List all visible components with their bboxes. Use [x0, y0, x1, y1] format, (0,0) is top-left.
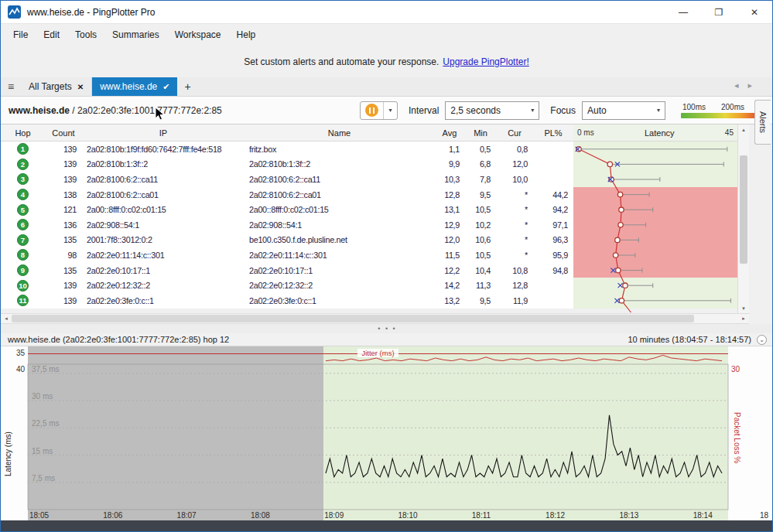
svg-text:15 ms: 15 ms	[32, 447, 53, 455]
cell-pl: 96,3	[533, 235, 573, 244]
cell-cur: *	[496, 205, 533, 214]
maximize-button[interactable]: ❐	[701, 1, 737, 23]
table-row[interactable]: 101392a02:2e0:12:32::22a02:2e0:12:32::21…	[1, 278, 737, 293]
menu-item-summaries[interactable]: Summaries	[104, 26, 167, 43]
trace-control: ▾	[360, 101, 398, 120]
control-bar: www.heise.de / 2a02:2e0:3fe:1001:7777:77…	[1, 97, 772, 124]
bottom-obscured-band	[1, 520, 773, 532]
cell-pl: 44,2	[533, 190, 573, 200]
timeline-options-button[interactable]: ⌄	[757, 335, 767, 345]
scroll-up-icon[interactable]: ▲	[738, 124, 749, 135]
svg-text:40: 40	[16, 365, 26, 373]
cell-count: 121	[45, 205, 82, 214]
cell-avg: 12,2	[434, 266, 465, 275]
table-row[interactable]: 41382a02:8100:6:2::ca012a02:8100:6:2::ca…	[1, 187, 737, 203]
svg-text:18:12: 18:12	[546, 511, 565, 520]
svg-text:18:13: 18:13	[619, 511, 638, 520]
menu-item-workspace[interactable]: Workspace	[167, 26, 229, 43]
trace-dropdown-button[interactable]: ▾	[384, 102, 397, 119]
scroll-left-icon[interactable]: ◂	[1, 314, 12, 323]
col-count[interactable]: Count	[45, 128, 82, 138]
cell-name: 2a02:908::54:1	[245, 220, 434, 230]
table-row[interactable]: 21392a02:810b:1:3f::22a02:810b:1:3f::29,…	[1, 157, 737, 172]
tab-scroll-left-icon[interactable]: ◂	[734, 80, 739, 90]
latency-color-legend: 100ms 200ms	[681, 103, 761, 118]
cell-count: 139	[45, 159, 82, 169]
cell-min: 10,4	[465, 266, 496, 275]
hop-number-badge: 8	[17, 249, 29, 261]
table-vertical-scrollbar[interactable]: ▲ ▼	[737, 124, 749, 313]
tab-list-menu-icon[interactable]: ≡	[1, 77, 21, 96]
col-pl[interactable]: PL%	[533, 128, 573, 138]
alerts-side-tab[interactable]: Alerts	[754, 100, 771, 145]
scroll-right-icon[interactable]: ▸	[738, 314, 749, 323]
menu-item-edit[interactable]: Edit	[36, 26, 67, 43]
chevron-down-icon: ▾	[657, 107, 660, 114]
table-header: Hop Count IP Name Avg Min Cur PL% 0 ms L…	[1, 124, 737, 142]
cell-ip: 2001:7f8::3012:0:2	[82, 235, 245, 244]
cell-ip: 2a02:8100:6:2::ca01	[82, 190, 245, 200]
window-title: www.heise.de - PingPlotter Pro	[27, 7, 155, 18]
upgrade-banner: Set custom alerts and automate your resp…	[1, 46, 772, 77]
add-tab-button[interactable]: +	[177, 77, 197, 96]
svg-text:18:05: 18:05	[29, 511, 49, 520]
svg-text:18:10: 18:10	[398, 511, 418, 520]
col-cur[interactable]: Cur	[496, 128, 533, 138]
hop-cell: 6	[1, 219, 45, 230]
pause-button[interactable]	[361, 102, 384, 119]
table-row[interactable]: 111392a02:2e0:3fe:0:c::12a02:2e0:3fe:0:c…	[1, 293, 737, 309]
horizontal-scroll-thumb[interactable]	[12, 315, 694, 322]
col-name[interactable]: Name	[245, 128, 434, 138]
cell-name: 2a02:810b:1:3f::2	[245, 159, 434, 169]
latency-graph-cell	[573, 142, 737, 157]
table-row[interactable]: 71352001:7f8::3012:0:2be100.c350.f.de.pl…	[1, 233, 737, 248]
svg-text:18: 18	[760, 511, 769, 520]
col-ip[interactable]: IP	[82, 128, 245, 138]
hop-cell: 1	[1, 143, 45, 155]
hop-cell: 2	[1, 159, 45, 170]
col-min[interactable]: Min	[465, 128, 496, 138]
upgrade-link[interactable]: Upgrade PingPlotter!	[443, 56, 528, 67]
table-row[interactable]: 11392a02:810b:1f9f:fd60:7642:7fff:fe4e:5…	[1, 142, 737, 157]
latency-graph-cell	[573, 187, 737, 203]
tab-heise-active[interactable]: www.heise.de ✔	[92, 77, 177, 96]
table-row[interactable]: 8982a02:2e0:11:14:c::3012a02:2e0:11:14:c…	[1, 247, 737, 263]
cell-avg: 10,3	[434, 175, 465, 184]
jitter-axis-label: Jitter (ms)	[28, 349, 728, 357]
menu-item-help[interactable]: Help	[229, 26, 264, 43]
close-button[interactable]: ✕	[737, 1, 772, 23]
menu-item-tools[interactable]: Tools	[67, 26, 104, 43]
hop-cell: 3	[1, 173, 45, 185]
cell-avg: 1,1	[434, 145, 465, 154]
focus-select[interactable]: Auto ▾	[582, 101, 665, 120]
hop-number-badge: 11	[17, 295, 29, 306]
latency-graph-cell	[573, 233, 737, 248]
vertical-scroll-thumb[interactable]	[740, 155, 747, 264]
tab-all-targets[interactable]: All Targets ✕	[21, 77, 92, 96]
table-row[interactable]: 61362a02:908::54:12a02:908::54:112,910,2…	[1, 217, 737, 233]
menu-item-file[interactable]: File	[5, 26, 36, 43]
pingplotter-window: www.heise.de - PingPlotter Pro — ❐ ✕ Fil…	[0, 0, 773, 532]
hop-number-badge: 7	[17, 234, 29, 246]
col-avg[interactable]: Avg	[434, 128, 465, 138]
target-address: www.heise.de / 2a02:2e0:3fe:1001:7777:77…	[9, 105, 222, 116]
table-row[interactable]: 31392a02:8100:6:2::ca112a02:8100:6:2::ca…	[1, 172, 737, 187]
close-tab-icon[interactable]: ✕	[77, 83, 84, 91]
cell-ip: 2a02:8100:6:2::ca11	[82, 175, 245, 184]
scroll-down-icon[interactable]: ▼	[738, 303, 749, 313]
cell-count: 135	[45, 235, 82, 244]
table-horizontal-scrollbar[interactable]: ◂ ▸	[1, 313, 749, 324]
table-row[interactable]: 51212a00::8fff:0:c02:c01:152a00::8fff:0:…	[1, 202, 737, 217]
minimize-button[interactable]: —	[665, 1, 701, 23]
col-hop[interactable]: Hop	[1, 128, 45, 138]
table-row[interactable]: 91352a02:2e0:10:17::12a02:2e0:10:17::112…	[1, 263, 737, 278]
hop-number-badge: 3	[17, 173, 29, 185]
panel-splitter[interactable]: • • •	[1, 324, 773, 333]
cell-avg: 11,5	[434, 251, 465, 260]
cell-name: be100.c350.f.de.plusline.net	[245, 235, 434, 244]
tab-scroll-right-icon[interactable]: ▸	[747, 80, 752, 90]
cell-ip: 2a02:908::54:1	[82, 220, 245, 230]
cell-name: fritz.box	[245, 145, 434, 154]
latency-graph-cell	[573, 172, 737, 187]
interval-select[interactable]: 2,5 seconds ▾	[445, 101, 539, 120]
